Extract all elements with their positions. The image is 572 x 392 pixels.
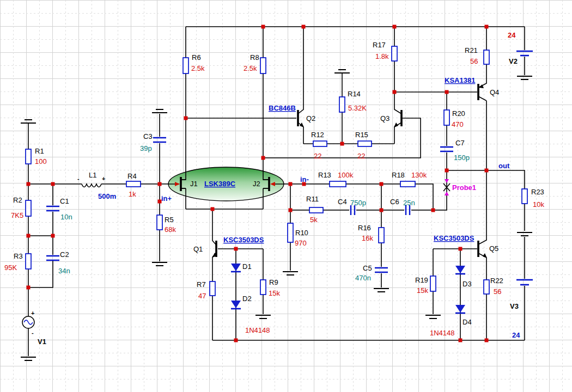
resistor-value: 56 [470,57,478,65]
part-number-LSK389C[interactable]: LSK389C [204,180,236,188]
resistor-value: 47 [198,292,206,300]
resistor-label: R6 [192,53,201,62]
diode-label: D4 [463,318,472,326]
resistor-label: R2 [13,196,22,204]
capacitor-label: C2 [60,250,69,259]
resistor-label: R15 [355,131,368,139]
capacitor-label: C1 [60,197,69,205]
capacitor-value: 25n [403,199,415,207]
net-label-out[interactable]: out [498,162,510,170]
source-label: V2 [509,57,518,65]
resistor-value: 10k [533,200,544,209]
resistor-value: 22 [314,152,321,160]
resistor-label: R14 [348,90,361,98]
resistor-label: R11 [306,195,319,203]
inductor-value: 500m [98,192,116,200]
resistor-value: 130k [411,171,427,179]
resistor-label: R20 [452,109,465,118]
schematic-canvas[interactable]: R1 100 R2 7K5 R3 95K R4 1k R5 68k R6 2.5… [0,0,572,392]
capacitor-label: C4 [338,198,347,206]
capacitor-value: 39p [140,144,152,152]
inductor-label: L1 [89,171,96,179]
resistor-label: R19 [415,276,428,284]
resistor-value: 7K5 [11,211,23,219]
source-label: V3 [510,302,519,310]
capacitor-label: C5 [363,264,372,272]
net-label-in-plus[interactable]: in+ [161,194,172,203]
source-value: 24 [508,31,516,39]
resistor-label: R3 [14,252,23,260]
capacitor-value: 750p [350,199,366,207]
transistor-label: Q4 [490,88,499,96]
diode-label: D1 [242,262,252,271]
resistor-label: R17 [373,41,386,49]
resistor-label: R5 [165,216,174,224]
resistor-value: 68k [165,225,176,234]
diode-model-right: 1N4148 [430,329,455,337]
transistor-label: Q3 [380,114,390,122]
part-number-Q4-KSA1381[interactable]: KSA1381 [445,76,475,84]
diode-model-left: 1N4148 [245,326,270,334]
source-value: 24 [512,331,520,339]
resistor-value: 1k [129,190,136,198]
part-number-Q2-BC846B[interactable]: BC846B [269,104,296,112]
resistor-label: R9 [269,278,278,286]
resistor-label: R1 [35,147,44,155]
resistor-label: R16 [358,224,371,232]
capacitor-value: 470n [355,274,371,282]
capacitor-label: C7 [455,139,465,147]
resistor-value: 2.5k [191,64,205,72]
source-label: V1 [38,338,46,346]
schematic-svg[interactable]: R1 100 R2 7K5 R3 95K R4 1k R5 68k R6 2.5… [0,0,572,392]
capacitor-value: 34n [58,267,70,275]
jfet-label: J2 [253,180,260,188]
resistor-value: 1.8k [375,52,389,60]
part-number-Q1-KSC3503DS[interactable]: KSC3503DS [223,236,264,244]
jfet-label: J1 [190,180,198,188]
resistor-label: R4 [127,172,137,180]
diode-label: D3 [463,280,472,288]
resistor-label: R21 [465,46,478,54]
plus-sign: + [31,310,34,316]
capacitor-label: C3 [143,132,153,140]
resistor-label: R23 [531,188,544,196]
transistor-label: Q2 [306,114,315,122]
resistor-value: 56 [494,287,501,296]
transistor-label: Q5 [489,244,498,253]
minus-sign: - [32,329,34,336]
resistor-value: 2.5k [244,64,257,72]
capacitor-value: 150p [454,154,470,162]
part-number-Q5-KSC3503DS[interactable]: KSC3503DS [434,234,474,242]
resistor-label: R22 [490,277,503,285]
plus-sign: + [102,175,105,182]
resistor-value: 95K [4,264,17,272]
resistor-label: R18 [392,171,405,179]
probe-label: Probe1 [452,183,476,192]
resistor-label: R7 [197,280,206,289]
resistor-value: 22 [357,152,365,160]
resistor-label: R13 [318,171,331,179]
capacitor-value: 10n [60,213,72,221]
diode-label: D2 [242,295,252,303]
resistor-value: 5k [310,216,318,224]
resistor-value: 470 [452,120,464,128]
resistor-value: 970 [295,239,307,247]
minus-sign: - [77,175,80,182]
capacitor-label: C6 [390,198,399,206]
resistor-value: 5.32K [348,104,367,112]
resistor-label: R12 [311,131,324,139]
resistor-value: 16k [362,234,373,242]
transistor-label: Q1 [193,245,203,253]
resistor-label: R10 [295,229,308,237]
resistor-value: 100k [338,171,354,179]
resistor-value: 100 [35,157,47,166]
resistor-value: 15k [417,286,428,295]
resistor-value: 15k [269,289,280,297]
resistor-label: R8 [250,53,259,62]
